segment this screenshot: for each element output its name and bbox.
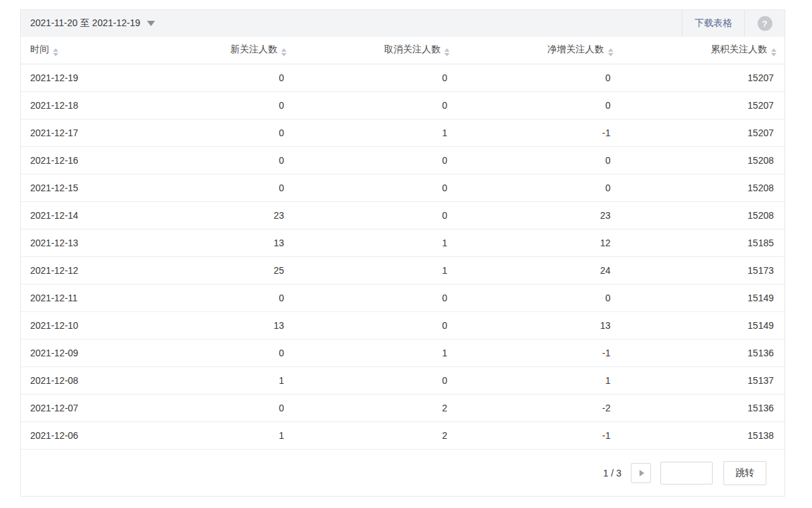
sort-icon: [444, 48, 450, 56]
download-table-button[interactable]: 下载表格: [682, 10, 745, 37]
help-icon: ?: [758, 16, 772, 31]
row-value-cell: 13: [132, 229, 295, 256]
row-date-cell: 2021-12-13: [21, 229, 132, 256]
row-value-cell: 0: [458, 174, 621, 201]
toolbar: 2021-11-20 至 2021-12-19 下载表格 ?: [21, 10, 784, 37]
row-date-cell: 2021-12-18: [21, 91, 132, 119]
table-row: 2021-12-1500015208: [21, 174, 784, 201]
row-value-cell: 15149: [621, 311, 784, 339]
page-jump-button[interactable]: 跳转: [723, 461, 766, 485]
table-row: 2021-12-1600015208: [21, 146, 784, 174]
row-value-cell: 0: [458, 146, 621, 174]
row-value-cell: 1: [132, 421, 295, 449]
row-value-cell: 2: [295, 421, 458, 449]
row-value-cell: 0: [295, 91, 458, 119]
arrow-right-icon: [640, 470, 644, 476]
row-value-cell: 13: [458, 311, 621, 339]
row-date-cell: 2021-12-06: [21, 421, 132, 449]
row-value-cell: 15136: [621, 339, 784, 366]
row-value-cell: 15208: [621, 146, 784, 174]
row-value-cell: -2: [458, 394, 621, 421]
table-row: 2021-12-0901-115136: [21, 339, 784, 366]
table-row: 2021-12-0702-215136: [21, 394, 784, 421]
row-value-cell: 15173: [621, 256, 784, 284]
row-value-cell: 0: [132, 64, 295, 91]
row-date-cell: 2021-12-15: [21, 174, 132, 201]
row-value-cell: 23: [132, 201, 295, 229]
stats-panel: 2021-11-20 至 2021-12-19 下载表格 ? 时间 新关注人数 …: [20, 9, 785, 497]
row-value-cell: 1: [132, 366, 295, 394]
row-value-cell: 24: [458, 256, 621, 284]
row-value-cell: 15149: [621, 284, 784, 311]
row-value-cell: 0: [132, 119, 295, 146]
row-value-cell: 15136: [621, 394, 784, 421]
row-value-cell: -1: [458, 119, 621, 146]
row-date-cell: 2021-12-17: [21, 119, 132, 146]
table-row: 2021-12-1900015207: [21, 64, 784, 91]
row-value-cell: -1: [458, 339, 621, 366]
followers-table: 时间 新关注人数 取消关注人数 净增关注人数 累积关注人数 2021-12-19…: [21, 37, 784, 450]
column-header-cumulative[interactable]: 累积关注人数: [621, 37, 784, 64]
date-range-selector[interactable]: 2021-11-20 至 2021-12-19: [21, 10, 682, 37]
row-value-cell: 15138: [621, 421, 784, 449]
row-date-cell: 2021-12-09: [21, 339, 132, 366]
row-value-cell: 15207: [621, 119, 784, 146]
row-value-cell: 15185: [621, 229, 784, 256]
row-value-cell: 0: [295, 201, 458, 229]
row-value-cell: 1: [295, 256, 458, 284]
row-value-cell: 0: [132, 146, 295, 174]
row-value-cell: 0: [132, 91, 295, 119]
column-header-net-increase[interactable]: 净增关注人数: [458, 37, 621, 64]
sort-icon: [53, 48, 58, 56]
table-row: 2021-12-1800015207: [21, 91, 784, 119]
row-date-cell: 2021-12-11: [21, 284, 132, 311]
row-value-cell: 0: [132, 394, 295, 421]
row-value-cell: 0: [295, 366, 458, 394]
table-row: 2021-12-142302315208: [21, 201, 784, 229]
row-value-cell: 1: [458, 366, 621, 394]
row-value-cell: 0: [295, 174, 458, 201]
row-date-cell: 2021-12-19: [21, 64, 132, 91]
table-row: 2021-12-1100015149: [21, 284, 784, 311]
download-table-label: 下载表格: [695, 17, 732, 30]
row-value-cell: 0: [458, 284, 621, 311]
row-value-cell: 15208: [621, 201, 784, 229]
column-header-time[interactable]: 时间: [21, 37, 132, 64]
row-value-cell: 15207: [621, 64, 784, 91]
row-value-cell: 0: [132, 174, 295, 201]
table-row: 2021-12-101301315149: [21, 311, 784, 339]
row-value-cell: 0: [295, 284, 458, 311]
row-value-cell: 2: [295, 394, 458, 421]
table-row: 2021-12-0612-115138: [21, 421, 784, 449]
row-date-cell: 2021-12-14: [21, 201, 132, 229]
row-value-cell: 0: [295, 64, 458, 91]
column-header-unfollowers[interactable]: 取消关注人数: [295, 37, 458, 64]
row-date-cell: 2021-12-12: [21, 256, 132, 284]
table-row: 2021-12-122512415173: [21, 256, 784, 284]
page-jump-input[interactable]: [660, 462, 713, 485]
row-value-cell: 0: [295, 146, 458, 174]
row-value-cell: -1: [458, 421, 621, 449]
chevron-down-icon: [147, 21, 155, 26]
help-button[interactable]: ?: [745, 10, 784, 37]
column-header-new-followers[interactable]: 新关注人数: [132, 37, 295, 64]
row-value-cell: 0: [458, 64, 621, 91]
row-value-cell: 0: [458, 91, 621, 119]
page-indicator: 1 / 3: [603, 468, 621, 478]
row-value-cell: 0: [295, 311, 458, 339]
next-page-button[interactable]: [631, 463, 651, 483]
table-header-row: 时间 新关注人数 取消关注人数 净增关注人数 累积关注人数: [21, 37, 784, 64]
row-value-cell: 25: [132, 256, 295, 284]
sort-icon: [771, 48, 776, 56]
row-value-cell: 1: [295, 339, 458, 366]
row-value-cell: 13: [132, 311, 295, 339]
row-value-cell: 1: [295, 119, 458, 146]
row-date-cell: 2021-12-08: [21, 366, 132, 394]
row-date-cell: 2021-12-10: [21, 311, 132, 339]
table-row: 2021-12-1701-115207: [21, 119, 784, 146]
date-range-label: 2021-11-20 至 2021-12-19: [30, 17, 140, 30]
table-row: 2021-12-0810115137: [21, 366, 784, 394]
row-date-cell: 2021-12-16: [21, 146, 132, 174]
row-value-cell: 0: [132, 284, 295, 311]
sort-icon: [608, 48, 613, 56]
